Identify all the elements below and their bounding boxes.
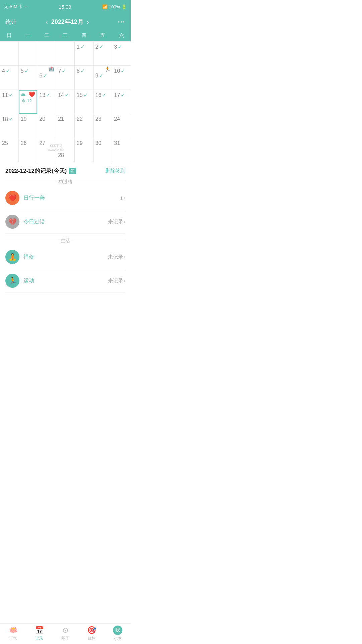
cal-cell-16[interactable]: 16✓ [94, 90, 112, 114]
cal-cell-28[interactable]: KKK下我 www.kkx.net 28 [56, 138, 75, 162]
daily-fault-icon-wrap: 💔 [5, 215, 19, 229]
exercise-icon-wrap: 🏃 [5, 274, 19, 288]
cal-cell-15[interactable]: 15✓ [75, 90, 94, 114]
day-number: 17✓ [113, 92, 125, 98]
weekday-fri: 五 [94, 32, 112, 39]
next-month-button[interactable]: › [87, 18, 89, 26]
list-item-exercise[interactable]: 🏃 运动 未记录 › [5, 269, 125, 293]
cal-cell-3[interactable]: 3✓ [112, 42, 131, 66]
calendar-header: 统计 ‹ 2022年12月 › ··· [0, 13, 131, 31]
cal-cell-1[interactable]: 1✓ [75, 42, 94, 66]
cal-cell-25[interactable]: 25 [0, 138, 19, 162]
weekday-wed: 三 [56, 32, 75, 39]
daily-fault-arrow: › [124, 219, 125, 225]
daily-good-label: 日行一善 [23, 195, 120, 202]
cal-cell-12-today[interactable]: ⛰ ❤️ 今 12 [19, 90, 38, 114]
weekday-mon: 一 [19, 32, 38, 39]
daily-good-value: 1 [120, 195, 123, 201]
cal-cell-24[interactable]: 24 [112, 114, 131, 138]
cal-cell-7[interactable]: 7✓ [56, 66, 75, 90]
day-number: 16✓ [95, 92, 107, 98]
cal-cell-29[interactable]: 29 [75, 138, 94, 162]
section-label-life: 生活 [61, 238, 70, 244]
list-item-meditation[interactable]: 🧘 禅修 未记录 › [5, 245, 125, 269]
day-number: 6✓ [39, 72, 47, 79]
cal-cell-26[interactable]: 26 [19, 138, 38, 162]
list-item-daily-fault[interactable]: 💔 今日过错 未记录 › [5, 210, 125, 234]
sign-badge: 签 [69, 168, 76, 174]
prev-month-button[interactable]: ‹ [46, 18, 48, 26]
cal-cell-30[interactable]: 30 [94, 138, 112, 162]
day-number: 21 [57, 116, 64, 122]
cal-cell-21[interactable]: 21 [56, 114, 75, 138]
status-indicators: 📶 100% 🔋 [102, 4, 127, 9]
divider-line [5, 241, 58, 241]
cal-cell-18[interactable]: 18✓ [0, 114, 19, 138]
run-icon: 🏃 [8, 277, 17, 285]
cal-cell-17[interactable]: 17✓ [112, 90, 131, 114]
day-number: 10✓ [113, 68, 125, 74]
cal-cell-10[interactable]: 10✓ [112, 66, 131, 90]
cal-cell-20[interactable]: 20 [37, 114, 56, 138]
day-number: 4✓ [1, 68, 10, 74]
daily-good-icon-wrap: ❤️ [5, 191, 19, 205]
wifi-icon: 📶 [102, 4, 108, 9]
day-number: 19 [20, 116, 27, 122]
exercise-arrow: › [124, 278, 125, 284]
heart-broken-icon: 💔 [8, 218, 17, 226]
day-number: 15✓ [76, 92, 88, 98]
list-item-daily-good[interactable]: ❤️ 日行一善 1 › [5, 186, 125, 210]
day-number: 31 [113, 140, 120, 146]
cal-cell-13[interactable]: 13✓ [37, 90, 56, 114]
day-number: 22 [76, 116, 83, 122]
day-number: 13✓ [39, 92, 50, 98]
cal-cell-9[interactable]: 🏃 9✓ [94, 66, 112, 90]
cal-cell-empty [37, 42, 56, 66]
weekday-thu: 四 [75, 32, 94, 39]
delete-checkin-button[interactable]: 删除签到 [105, 168, 125, 174]
cal-cell-14[interactable]: 14✓ [56, 90, 75, 114]
cal-cell-2[interactable]: 2✓ [94, 42, 112, 66]
cal-cell-5[interactable]: 5✓ [19, 66, 38, 90]
day-number: 30 [95, 140, 102, 146]
day-number: 8✓ [76, 68, 85, 74]
more-options-button[interactable]: ··· [118, 18, 125, 26]
records-title-group: 2022-12-12的记录(今天) 签 [5, 167, 76, 175]
cal-cell-19[interactable]: 19 [19, 114, 38, 138]
cal-cell-22[interactable]: 22 [75, 114, 94, 138]
day-number: 5✓ [20, 68, 29, 74]
divider-line [5, 182, 56, 182]
battery-icon: 🔋 [121, 4, 127, 9]
house-icon: ⛰ [21, 91, 25, 97]
meditation-value: 未记录 [108, 254, 123, 260]
meditation-icon-wrap: 🧘 [5, 250, 19, 264]
records-section: 2022-12-12的记录(今天) 签 删除签到 功过格 ❤️ 日行一善 1 ›… [0, 162, 131, 293]
stats-button[interactable]: 统计 [5, 18, 17, 26]
day-number: 11✓ [1, 92, 13, 98]
cal-cell-8[interactable]: 8✓ [75, 66, 94, 90]
exercise-label: 运动 [23, 277, 108, 284]
day-number: 9✓ [95, 72, 104, 79]
cal-cell-23[interactable]: 23 [94, 114, 112, 138]
day-number: 25 [1, 140, 8, 146]
cal-cell-6[interactable]: 🏥 6✓ [37, 66, 56, 90]
month-navigator: ‹ 2022年12月 › [46, 18, 89, 26]
daily-good-arrow: › [124, 195, 125, 201]
day-number: 1✓ [76, 44, 85, 50]
day-number: 23 [95, 116, 102, 122]
cal-cell-11[interactable]: 11✓ [0, 90, 19, 114]
day-number: 29 [76, 140, 83, 146]
section-label-gongguoge: 功过格 [58, 179, 72, 185]
status-time: 15:09 [59, 4, 71, 10]
day-number: 24 [113, 116, 120, 122]
heart-icon: ❤️ [28, 91, 35, 98]
day-number: 2✓ [95, 44, 104, 50]
day-number: 27 [39, 140, 45, 146]
records-title: 2022-12-12的记录(今天) [5, 167, 67, 175]
section-divider-gongguoge: 功过格 [5, 179, 125, 185]
cal-cell-4[interactable]: 4✓ [0, 66, 19, 90]
status-carrier: 无 SIM 卡 ··· [4, 4, 28, 10]
cal-cell-31[interactable]: 31 [112, 138, 131, 162]
meditation-label: 禅修 [23, 254, 108, 261]
day-number: 20 [39, 116, 45, 122]
